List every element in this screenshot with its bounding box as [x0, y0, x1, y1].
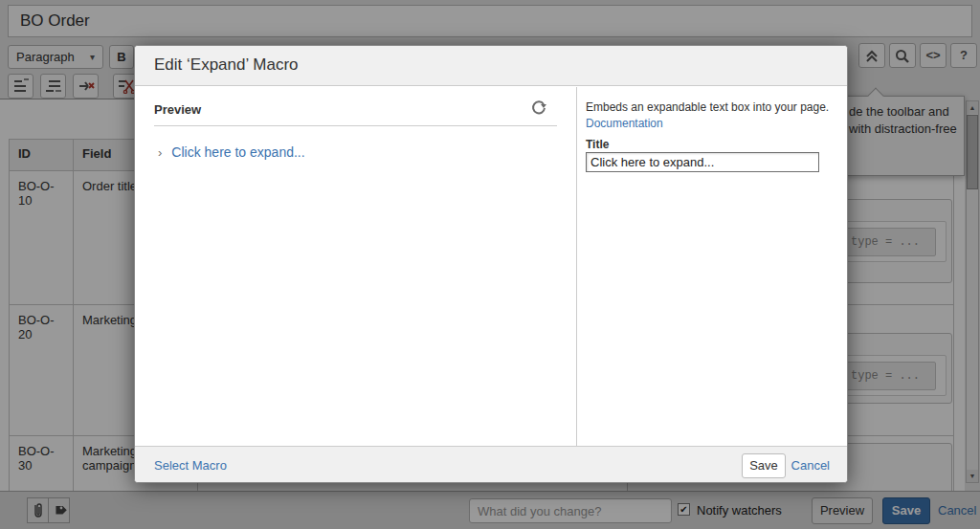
dialog-title: Edit ‘Expand’ Macro	[154, 55, 299, 75]
expand-preview-link[interactable]: Click here to expand...	[171, 144, 304, 160]
panel-divider	[576, 87, 577, 446]
macro-description: Embeds an expandable text box into your …	[586, 100, 842, 115]
preview-heading: Preview	[154, 102, 201, 117]
preview-divider	[154, 125, 557, 126]
chevron-right-icon: ›	[158, 145, 162, 160]
refresh-icon	[529, 99, 548, 118]
title-field-input[interactable]	[586, 152, 819, 172]
editor-screen: BO Order Paragraph ▾ B	[0, 0, 980, 529]
title-field-label: Title	[586, 138, 609, 151]
dialog-cancel-link[interactable]: Cancel	[791, 458, 830, 473]
dialog-header: Edit ‘Expand’ Macro	[135, 46, 847, 86]
expand-macro-preview[interactable]: ›Click here to expand...	[158, 144, 305, 160]
documentation-link[interactable]: Documentation	[586, 117, 663, 130]
dialog-save-button[interactable]: Save	[742, 453, 786, 478]
dialog-footer: Select Macro Save Cancel	[135, 446, 847, 483]
dialog-body: Preview ›Click here to expand... Embeds …	[135, 87, 847, 446]
select-macro-link[interactable]: Select Macro	[154, 458, 227, 473]
edit-expand-macro-dialog: Edit ‘Expand’ Macro Preview ›Click here …	[134, 45, 848, 483]
refresh-preview-button[interactable]	[529, 99, 550, 120]
